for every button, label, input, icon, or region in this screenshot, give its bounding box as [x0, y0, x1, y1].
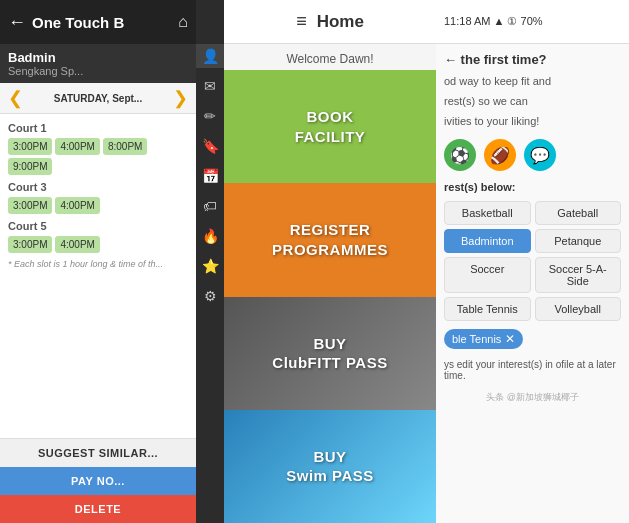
date-next-button[interactable]: ❯ [173, 87, 188, 109]
sport-gateball[interactable]: Gateball [535, 201, 622, 225]
panel3-status: 11:18 AM ▲ ① 70% [444, 15, 543, 28]
description-line2: rest(s) so we can [436, 95, 629, 115]
sidebar-icon-calendar[interactable]: 📅 [196, 164, 224, 188]
date-display: SATURDAY, Sept... [27, 93, 169, 104]
slot-4pm-court5[interactable]: 4:00PM [55, 236, 99, 253]
buy-swim-label: BUYSwim PASS [286, 447, 374, 486]
remove-tag-button[interactable]: ✕ [505, 332, 515, 346]
court-1-slots: 3:00PM 4:00PM 8:00PM 9:00PM [0, 136, 196, 177]
home-icon[interactable]: ⌂ [178, 13, 188, 31]
buy-swim-pass-button[interactable]: BUYSwim PASS [224, 410, 436, 523]
panel1-header: ← One Touch B ⌂ [0, 0, 196, 44]
sidebar-icon-edit[interactable]: ✏ [196, 104, 224, 128]
buy-clubfitt-label: BUYClubFITT PASS [272, 334, 387, 373]
court-5-slots: 3:00PM 4:00PM [0, 234, 196, 255]
description-line3: ivities to your liking! [436, 115, 629, 135]
selected-tags-row: ble Tennis ✕ [436, 325, 629, 353]
sport-soccer[interactable]: Soccer [444, 257, 531, 293]
register-programmes-label: REGISTERPROGRAMMES [272, 220, 388, 259]
welcome-message: Welcome Dawn! [224, 44, 436, 70]
slot-9pm-court1[interactable]: 9:00PM [8, 158, 52, 175]
register-programmes-button[interactable]: REGISTERPROGRAMMES [224, 183, 436, 296]
slot-3pm-court1[interactable]: 3:00PM [8, 138, 52, 155]
court-list: Court 1 3:00PM 4:00PM 8:00PM 9:00PM Cour… [0, 114, 196, 438]
sidebar-icon-tag[interactable]: 🏷 [196, 194, 224, 218]
panel3-footer-note: ys edit your interest(s) in ofile at a l… [436, 353, 629, 387]
facility-location: Sengkang Sp... [8, 65, 188, 77]
selected-tag-label: ble Tennis [452, 333, 501, 345]
interest-prompt: rest(s) below: [436, 175, 629, 197]
suggest-similar-button[interactable]: SUGGEST SIMILAR... [0, 438, 196, 467]
slot-4pm-court3[interactable]: 4:00PM [55, 197, 99, 214]
sports-selection-grid: Basketball Gateball Badminton Petanque S… [436, 197, 629, 325]
sidebar-icon-settings[interactable]: ⚙ [196, 284, 224, 308]
delete-button[interactable]: DELETE [0, 495, 196, 523]
slot-4pm-court1[interactable]: 4:00PM [55, 138, 99, 155]
panel2-header: ≡ Home [224, 0, 436, 44]
sport-petanque[interactable]: Petanque [535, 229, 622, 253]
date-navigation: ❮ SATURDAY, Sept... ❯ [0, 83, 196, 114]
book-facility-button[interactable]: BOOKFACILITY [224, 70, 436, 183]
court-1-label: Court 1 [0, 118, 196, 136]
panel2-title: Home [317, 12, 364, 32]
sport-icons-row: ⚽ 🏈 💬 [436, 135, 629, 175]
soccer-icon-circle: ⚽ [444, 139, 476, 171]
panel3-header: 11:18 AM ▲ ① 70% [436, 0, 629, 44]
question-heading: ← the first time? [436, 44, 629, 75]
home-menu-list: BOOKFACILITY REGISTERPROGRAMMES BUYClubF… [224, 70, 436, 523]
court-3-slots: 3:00PM 4:00PM [0, 195, 196, 216]
panel1-title: One Touch B [32, 14, 172, 31]
hamburger-menu-button[interactable]: ≡ [296, 11, 307, 32]
football-icon-circle: 🏈 [484, 139, 516, 171]
sidebar-icon-profile[interactable]: 👤 [196, 44, 224, 68]
book-facility-label: BOOKFACILITY [295, 107, 366, 146]
booking-note: * Each slot is 1 hour long & time of th.… [0, 255, 196, 273]
sport-badminton[interactable]: Badminton [444, 229, 531, 253]
panel1-footer: SUGGEST SIMILAR... PAY NO... DELETE [0, 438, 196, 523]
sport-basketball[interactable]: Basketball [444, 201, 531, 225]
sport-volleyball[interactable]: Volleyball [535, 297, 622, 321]
slot-8pm-court1[interactable]: 8:00PM [103, 138, 147, 155]
panel-interests: 11:18 AM ▲ ① 70% ← the first time? od wa… [436, 0, 629, 523]
date-prev-button[interactable]: ❮ [8, 87, 23, 109]
buy-clubfitt-pass-button[interactable]: BUYClubFITT PASS [224, 297, 436, 410]
chat-icon-circle: 💬 [524, 139, 556, 171]
sidebar-icon-fire[interactable]: 🔥 [196, 224, 224, 248]
sport-soccer5[interactable]: Soccer 5-A-Side [535, 257, 622, 293]
selected-tag-tabletennis: ble Tennis ✕ [444, 329, 523, 349]
court-5-label: Court 5 [0, 216, 196, 234]
sidebar-icon-mail[interactable]: ✉ [196, 74, 224, 98]
description-line1: od way to keep fit and [436, 75, 629, 95]
pay-now-button[interactable]: PAY NO... [0, 467, 196, 495]
panel-booking: ← One Touch B ⌂ Badmin Sengkang Sp... ❮ … [0, 0, 196, 523]
slot-3pm-court3[interactable]: 3:00PM [8, 197, 52, 214]
back-button[interactable]: ← [8, 12, 26, 33]
panel1-subheader: Badmin Sengkang Sp... [0, 44, 196, 83]
sidebar-icon-star[interactable]: ⭐ [196, 254, 224, 278]
watermark: 头条 @新加坡狮城椰子 [436, 387, 629, 408]
sport-tabletennis[interactable]: Table Tennis [444, 297, 531, 321]
sidebar-icon-bookmark[interactable]: 🔖 [196, 134, 224, 158]
court-3-label: Court 3 [0, 177, 196, 195]
slot-3pm-court5[interactable]: 3:00PM [8, 236, 52, 253]
facility-name: Badmin [8, 50, 188, 65]
panel-home: ≡ Home Welcome Dawn! BOOKFACILITY REGIST… [224, 0, 436, 523]
sidebar-icon-panel: 👤 ✉ ✏ 🔖 📅 🏷 🔥 ⭐ ⚙ [196, 0, 224, 523]
